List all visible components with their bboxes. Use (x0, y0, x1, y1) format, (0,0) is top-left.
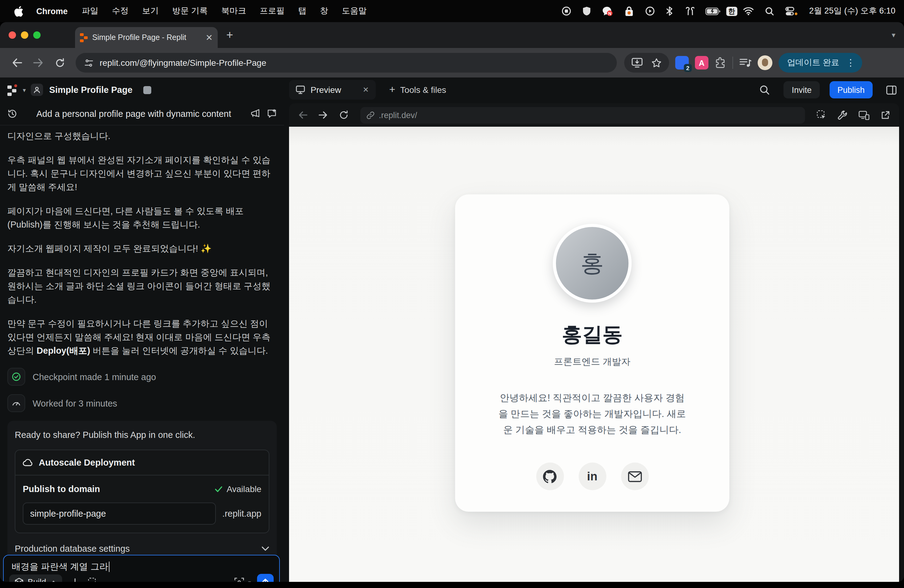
invite-button[interactable]: Invite (784, 81, 820, 98)
bluetooth-icon[interactable] (666, 6, 672, 16)
replit-workspace: ▾ Simple Profile Page Invite Publish Pre… (0, 77, 904, 582)
arrow-up-icon (261, 578, 269, 582)
linkedin-link[interactable]: in (578, 463, 606, 490)
preview-address-bar[interactable]: .replit.dev/ (360, 107, 805, 123)
input-source-badge[interactable]: 한 (726, 6, 737, 16)
project-icon[interactable] (31, 84, 43, 96)
minimize-window-button[interactable] (21, 32, 28, 39)
send-button[interactable] (257, 574, 273, 582)
domain-input[interactable]: simple-profile-page (23, 503, 216, 525)
menu-window[interactable]: 창 (313, 6, 335, 17)
translate-extension-icon[interactable]: A (695, 56, 708, 70)
chrome-update-button[interactable]: 업데이트 완료 ⋮ (779, 53, 862, 73)
project-title[interactable]: Simple Profile Page (49, 85, 133, 95)
battery-icon[interactable] (705, 7, 721, 15)
preview-reload-icon[interactable] (339, 110, 349, 120)
menu-profiles[interactable]: 프로필 (253, 6, 291, 17)
agent-message: 페이지가 마음에 드신다면, 다른 사람들도 볼 수 있도록 배포(Publis… (7, 204, 277, 231)
address-bar[interactable]: replit.com/@flyingmate/Simple-Profile-Pa… (76, 53, 617, 73)
publish-button[interactable]: Publish (829, 81, 872, 98)
tab-close-icon[interactable]: ✕ (206, 33, 213, 42)
agent-panel: Add a personal profile page with dynamic… (0, 102, 284, 582)
preview-url-text[interactable]: .replit.dev/ (379, 111, 417, 120)
element-select-icon[interactable] (88, 577, 98, 582)
browser-profile-avatar[interactable] (758, 55, 773, 70)
preview-forward-icon[interactable] (319, 111, 328, 119)
password-extension-icon[interactable]: 2 (675, 56, 689, 70)
password-manager-icon[interactable] (624, 6, 634, 16)
url-text[interactable]: replit.com/@flyingmate/Simple-Profile-Pa… (100, 58, 266, 68)
maximize-window-button[interactable] (33, 32, 41, 39)
media-control-icon[interactable] (739, 58, 751, 68)
preview-element-select-icon[interactable] (817, 110, 827, 120)
open-external-icon[interactable] (880, 111, 890, 120)
tab-search-chevron-icon[interactable]: ▾ (892, 31, 895, 40)
menu-bookmarks[interactable]: 북마크 (215, 6, 253, 17)
worked-row[interactable]: Worked for 3 minutes (7, 394, 277, 412)
airpods-icon[interactable] (684, 6, 694, 16)
attach-plus-icon[interactable] (71, 578, 79, 582)
reload-icon[interactable] (55, 57, 65, 68)
megaphone-icon[interactable] (250, 109, 261, 118)
shield-icon[interactable] (582, 6, 591, 16)
menu-file[interactable]: 파일 (75, 6, 105, 17)
screenshot-frame-icon[interactable] (235, 577, 245, 582)
replit-logo-icon[interactable] (7, 84, 18, 96)
tab-tools-files[interactable]: + Tools & files (389, 84, 446, 96)
responsive-devices-icon[interactable] (858, 111, 869, 120)
mode-selector-build[interactable]: Build (9, 574, 62, 582)
screenshot-chevron-icon[interactable]: ▾ (248, 579, 251, 582)
history-icon[interactable] (7, 109, 17, 119)
install-app-icon[interactable] (632, 58, 643, 68)
browser-tab[interactable]: Simple Profile Page - Replit ✕ (75, 27, 218, 48)
agent-message: 깔끔하고 현대적인 디자인의 프로필 카드가 화면 중앙에 표시되며, 원하시는… (7, 266, 277, 306)
back-icon[interactable] (12, 58, 22, 68)
devtools-wrench-icon[interactable] (838, 110, 847, 120)
text-cursor (109, 561, 110, 572)
layout-panels-icon[interactable] (886, 85, 897, 95)
site-settings-icon[interactable] (84, 58, 93, 67)
close-preview-icon[interactable]: ✕ (363, 85, 369, 94)
spotlight-search-icon[interactable] (765, 6, 774, 16)
apple-icon[interactable] (14, 6, 24, 16)
tab-preview[interactable]: Preview ✕ (289, 80, 376, 100)
email-link[interactable] (621, 463, 648, 490)
web-view: 홍 홍길동 프론트엔드 개발자 안녕하세요! 직관적이고 깔끔한 사용자 경험을… (289, 127, 899, 582)
deployment-box: Autoscale Deployment Publish to domain A… (15, 450, 269, 533)
chat-notification-icon[interactable]: N (602, 6, 613, 16)
new-tab-button[interactable]: + (226, 28, 233, 42)
svg-text:N: N (608, 11, 611, 16)
composer-input-text[interactable]: 배경을 파란색 계열 그라 (12, 561, 110, 573)
profile-avatar: 홍 (553, 224, 632, 303)
menu-help[interactable]: 도움말 (335, 6, 374, 17)
screen-record-icon[interactable] (561, 6, 571, 16)
menu-view[interactable]: 보기 (135, 6, 166, 17)
wifi-icon[interactable] (743, 7, 754, 15)
menu-app-name[interactable]: Chrome (29, 6, 75, 16)
github-link[interactable] (536, 463, 564, 490)
pane-tabbar: Preview ✕ + Tools & files (289, 77, 446, 102)
preview-back-icon[interactable] (298, 111, 308, 119)
control-center-icon[interactable] (785, 6, 797, 16)
menu-tab[interactable]: 탭 (291, 6, 313, 17)
agent-session-title[interactable]: Add a personal profile page with dynamic… (24, 109, 244, 119)
checkpoint-check-icon (7, 368, 25, 386)
chrome-menu-icon[interactable]: ⋮ (844, 57, 857, 68)
profile-bio: 안녕하세요! 직관적이고 깔끔한 사용자 경험을 만드는 것을 좋아하는 개발자… (495, 390, 689, 438)
extensions-puzzle-icon[interactable] (714, 57, 726, 69)
checkpoint-row[interactable]: Checkpoint made 1 minute ago (7, 368, 277, 386)
bookmark-star-icon[interactable] (651, 58, 662, 68)
browser-toolbar: replit.com/@flyingmate/Simple-Profile-Pa… (0, 48, 904, 77)
workspace-search-icon[interactable] (760, 85, 770, 95)
forward-icon[interactable] (33, 58, 44, 68)
window-controls[interactable] (9, 32, 41, 39)
database-settings-row[interactable]: Production database settings (15, 542, 269, 555)
agent-composer[interactable]: 배경을 파란색 계열 그라 Build ▾ (3, 555, 280, 582)
new-chat-icon[interactable] (267, 109, 277, 118)
workspace-menu-chevron-icon[interactable]: ▾ (23, 87, 26, 93)
close-window-button[interactable] (9, 32, 16, 39)
menubar-clock[interactable]: 2월 25일 (수) 오후 6:10 (809, 6, 895, 17)
menu-history[interactable]: 방문 기록 (166, 6, 215, 17)
menu-edit[interactable]: 수정 (105, 6, 135, 17)
play-circle-icon[interactable] (645, 6, 654, 16)
